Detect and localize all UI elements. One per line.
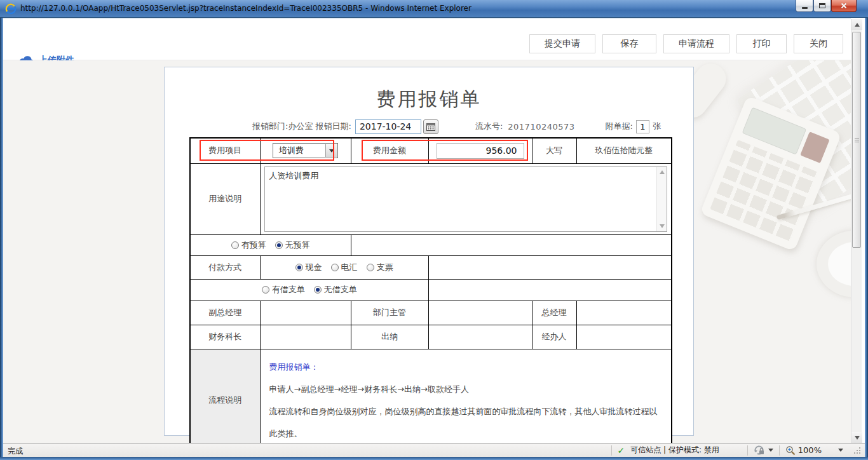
statusbar: 完成 ✓ 可信站点 | 保护模式: 禁用 100% xyxy=(3,443,865,457)
caps-amount-value: 玖佰伍拾陆元整 xyxy=(576,138,672,163)
toolbar-buttons: 提交申请 保存 申请流程 打印 关闭 xyxy=(529,34,843,53)
attachment-count-input[interactable] xyxy=(636,120,649,133)
purpose-textarea[interactable]: 人资培训费用 xyxy=(264,166,668,232)
radio-checked-icon[interactable] xyxy=(314,286,322,294)
desk-photo-cup xyxy=(817,231,851,297)
ie-logo-icon xyxy=(5,3,17,15)
expense-form-table: 费用项目 培训费 费用金额 大写 玖佰伍拾陆元整 用途说明 人资培训费用 xyxy=(189,137,672,443)
payment-method-label: 付款方式 xyxy=(190,255,260,279)
minimize-icon xyxy=(802,7,808,9)
security-zone-button[interactable] xyxy=(754,445,773,455)
trusted-check-icon: ✓ xyxy=(618,445,625,456)
budget-radio-group: 有预算无预算 xyxy=(191,240,351,251)
resize-grip-icon[interactable] xyxy=(853,446,861,454)
radio-option[interactable]: 支票 xyxy=(367,262,393,273)
amount-label: 费用金额 xyxy=(351,138,428,163)
radio-option[interactable]: 有借支单 xyxy=(262,284,305,295)
window-title: http://127.0.0.1/OAapp/HtTrace0503Servle… xyxy=(20,4,471,13)
scrollbar-up-button[interactable] xyxy=(851,19,862,30)
calculator-keys xyxy=(710,140,818,241)
desk-photo-pen xyxy=(776,191,851,220)
maximize-button[interactable] xyxy=(813,0,831,12)
radio-unchecked-icon[interactable] xyxy=(367,264,374,271)
serial-number-value: 201710240573 xyxy=(508,122,574,132)
process-title: 费用报销单： xyxy=(269,356,663,378)
status-text: 完成 xyxy=(8,446,23,457)
minimize-button[interactable] xyxy=(796,0,813,12)
finance-chief-signature-cell xyxy=(260,325,351,349)
scrollbar-thumb[interactable] xyxy=(852,32,861,248)
dept-supervisor-label: 部门主管 xyxy=(351,301,428,325)
radio-checked-icon[interactable] xyxy=(295,264,303,271)
radio-checked-icon[interactable] xyxy=(275,241,283,249)
expense-item-select[interactable]: 培训费 xyxy=(273,143,338,158)
report-date-input[interactable] xyxy=(355,119,421,134)
desk-photo-calculator xyxy=(700,95,841,251)
cashier-label: 出纳 xyxy=(351,325,428,349)
close-window-button[interactable] xyxy=(831,0,857,12)
caps-label: 大写 xyxy=(532,138,576,163)
general-manager-signature-cell xyxy=(576,301,672,325)
radio-option[interactable]: 无借支单 xyxy=(314,284,357,295)
radio-label: 现金 xyxy=(306,262,322,273)
scrollbar-down-button[interactable] xyxy=(851,432,862,443)
zoom-level-text: 100% xyxy=(798,445,822,455)
general-manager-label: 总经理 xyxy=(532,301,576,325)
textarea-scrollbar[interactable] xyxy=(656,167,667,231)
purpose-label: 用途说明 xyxy=(190,163,260,234)
radio-label: 电汇 xyxy=(341,262,358,273)
radio-label: 无预算 xyxy=(285,240,310,251)
radio-option[interactable]: 电汇 xyxy=(331,262,358,273)
calculator-solar-panel xyxy=(800,132,830,163)
radio-label: 有预算 xyxy=(241,240,266,251)
close-icon xyxy=(840,2,848,10)
loan-slip-radio-group: 有借支单无借支单 xyxy=(191,284,428,295)
save-button[interactable]: 保存 xyxy=(602,34,656,53)
expense-item-label: 费用项目 xyxy=(190,138,260,163)
window-frame-right xyxy=(865,18,868,460)
radio-unchecked-icon[interactable] xyxy=(331,264,339,271)
statusbar-separator xyxy=(747,445,748,456)
window-frame-bottom xyxy=(0,457,868,460)
process-description-cell: 费用报销单： 申请人→副总经理→经理→财务科长→出纳→取款经手人 流程流转和自身… xyxy=(260,349,672,443)
radio-option[interactable]: 有预算 xyxy=(231,240,266,251)
scroll-down-icon xyxy=(660,224,665,228)
radio-option[interactable]: 无预算 xyxy=(275,240,310,251)
amount-input[interactable] xyxy=(437,143,524,159)
maximize-icon xyxy=(819,3,825,8)
application-flow-button[interactable]: 申请流程 xyxy=(663,34,729,53)
payment-empty-cell xyxy=(428,255,672,279)
dept-supervisor-signature-cell xyxy=(428,301,532,325)
radio-label: 无借支单 xyxy=(324,284,357,295)
process-description-label: 流程说明 xyxy=(190,349,260,443)
payment-radio-group: 现金电汇支票 xyxy=(261,262,428,273)
attachment-label: 附单据: xyxy=(606,121,633,132)
calendar-button[interactable] xyxy=(423,119,438,134)
serial-number-label: 流水号: xyxy=(475,121,503,132)
select-dropdown-button[interactable] xyxy=(325,144,337,157)
chevron-down-icon xyxy=(838,449,843,452)
attachment-unit-label: 张 xyxy=(653,121,661,132)
page-content: 费用报销单 报销部门:办公室 报销日期: 流水号: 201710240573 附… xyxy=(3,60,851,443)
radio-label: 支票 xyxy=(377,262,393,273)
radio-unchecked-icon[interactable] xyxy=(262,286,269,294)
close-page-button[interactable]: 关闭 xyxy=(794,34,843,53)
zoom-control[interactable]: 100% xyxy=(785,445,843,456)
deputy-gm-signature-cell xyxy=(260,301,351,325)
toolbar: 上传附件 提交申请 保存 申请流程 打印 关闭 xyxy=(3,18,851,60)
print-button[interactable]: 打印 xyxy=(736,34,787,53)
radio-unchecked-icon[interactable] xyxy=(231,241,239,249)
radio-option[interactable]: 现金 xyxy=(295,262,322,273)
submit-application-button[interactable]: 提交申请 xyxy=(529,34,595,53)
finance-chief-label: 财务科长 xyxy=(190,325,260,349)
statusbar-right: ✓ 可信站点 | 保护模式: 禁用 100% xyxy=(611,443,861,457)
magnifier-icon xyxy=(785,445,796,456)
desk-photo-keyboard xyxy=(736,60,851,215)
calendar-icon xyxy=(426,123,435,131)
calculator-screen xyxy=(742,107,807,155)
process-note-line: 流程流转和自身岗位级别对应，岗位级别高的直接越过其前面的审批流程向下流转，其他人… xyxy=(269,400,663,443)
form-title: 费用报销单 xyxy=(165,86,693,112)
handler-label: 经办人 xyxy=(532,325,576,349)
cashier-signature-cell xyxy=(428,325,532,349)
vertical-scrollbar[interactable] xyxy=(851,19,862,443)
